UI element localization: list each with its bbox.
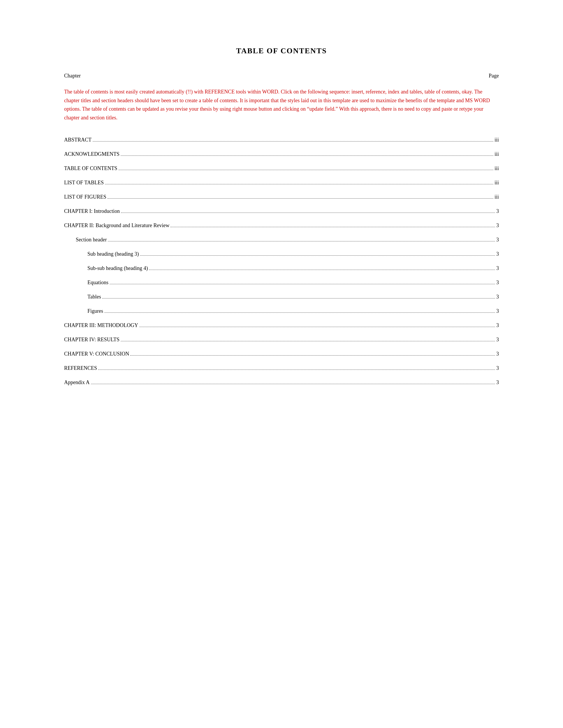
toc-entry: LIST OF TABLESiii bbox=[64, 180, 499, 186]
toc-dots bbox=[140, 255, 495, 256]
toc-entry: Tables3 bbox=[64, 294, 499, 300]
page-title: TABLE OF CONTENTS bbox=[64, 47, 499, 55]
toc-entry: Equations3 bbox=[64, 280, 499, 286]
toc-page: 3 bbox=[496, 322, 499, 328]
toc-dots bbox=[105, 184, 493, 184]
toc-label: REFERENCES bbox=[64, 365, 97, 371]
toc-entry: LIST OF FIGURESiii bbox=[64, 194, 499, 200]
toc-label: LIST OF FIGURES bbox=[64, 194, 106, 200]
toc-label: Sub-sub heading (heading 4) bbox=[87, 265, 148, 271]
toc-page: 3 bbox=[496, 379, 499, 386]
toc-page: 3 bbox=[496, 251, 499, 257]
toc-container: ABSTRACTiiiACKNOWLEDGMENTSiiiTABLE OF CO… bbox=[64, 137, 499, 386]
toc-label: Sub heading (heading 3) bbox=[87, 251, 139, 257]
toc-entry: Appendix A3 bbox=[64, 379, 499, 386]
toc-label: LIST OF TABLES bbox=[64, 180, 104, 186]
toc-label: CHAPTER III: METHODOLOGY bbox=[64, 322, 138, 328]
toc-label: Tables bbox=[87, 294, 101, 300]
toc-page: 3 bbox=[496, 222, 499, 229]
toc-dots bbox=[110, 284, 495, 284]
header-row: Chapter Page bbox=[64, 73, 499, 79]
toc-dots bbox=[108, 241, 495, 241]
toc-label: Figures bbox=[87, 308, 103, 314]
toc-page: 3 bbox=[496, 308, 499, 314]
toc-entry: ACKNOWLEDGMENTSiii bbox=[64, 151, 499, 157]
toc-entry: CHAPTER IV: RESULTS3 bbox=[64, 337, 499, 343]
toc-page: 3 bbox=[496, 280, 499, 286]
toc-entry: Section header3 bbox=[64, 237, 499, 243]
toc-entry: CHAPTER II: Background and Literature Re… bbox=[64, 222, 499, 229]
toc-dots bbox=[107, 198, 493, 199]
chapter-label: Chapter bbox=[64, 73, 81, 79]
toc-label: Appendix A bbox=[64, 379, 90, 386]
toc-label: Equations bbox=[87, 280, 108, 286]
toc-entry: CHAPTER III: METHODOLOGY3 bbox=[64, 322, 499, 328]
toc-dots bbox=[121, 341, 495, 341]
toc-page: iii bbox=[495, 137, 499, 143]
toc-dots bbox=[149, 270, 495, 270]
toc-entry: Sub heading (heading 3)3 bbox=[64, 251, 499, 257]
page-label: Page bbox=[489, 73, 499, 79]
toc-entry: Figures3 bbox=[64, 308, 499, 314]
toc-dots bbox=[104, 312, 495, 313]
toc-entry: CHAPTER V: CONCLUSION3 bbox=[64, 351, 499, 357]
toc-label: ACKNOWLEDGMENTS bbox=[64, 151, 119, 157]
toc-entry: REFERENCES3 bbox=[64, 365, 499, 371]
toc-dots bbox=[130, 355, 495, 356]
toc-label: CHAPTER V: CONCLUSION bbox=[64, 351, 129, 357]
instruction-text: The table of contents is most easily cre… bbox=[64, 88, 499, 122]
toc-page: iii bbox=[495, 180, 499, 186]
toc-entry: CHAPTER I: Introduction3 bbox=[64, 208, 499, 214]
toc-page: iii bbox=[495, 151, 499, 157]
toc-dots bbox=[121, 213, 495, 213]
toc-label: ABSTRACT bbox=[64, 137, 91, 143]
toc-dots bbox=[119, 170, 493, 170]
toc-dots bbox=[93, 141, 493, 142]
toc-page: 3 bbox=[496, 265, 499, 271]
toc-label: Section header bbox=[76, 237, 107, 243]
page: TABLE OF CONTENTS Chapter Page The table… bbox=[0, 0, 563, 728]
toc-page: 3 bbox=[496, 294, 499, 300]
toc-page: 3 bbox=[496, 208, 499, 214]
toc-label: TABLE OF CONTENTS bbox=[64, 165, 117, 172]
toc-entry: Sub-sub heading (heading 4)3 bbox=[64, 265, 499, 271]
toc-page: iii bbox=[495, 165, 499, 172]
toc-label: CHAPTER IV: RESULTS bbox=[64, 337, 119, 343]
toc-page: 3 bbox=[496, 337, 499, 343]
toc-entry: TABLE OF CONTENTSiii bbox=[64, 165, 499, 172]
toc-entry: ABSTRACTiii bbox=[64, 137, 499, 143]
toc-page: 3 bbox=[496, 237, 499, 243]
toc-page: 3 bbox=[496, 351, 499, 357]
toc-dots bbox=[139, 327, 495, 327]
toc-page: 3 bbox=[496, 365, 499, 371]
toc-page: iii bbox=[495, 194, 499, 200]
toc-label: CHAPTER I: Introduction bbox=[64, 208, 120, 214]
toc-dots bbox=[91, 384, 495, 384]
toc-label: CHAPTER II: Background and Literature Re… bbox=[64, 222, 169, 229]
